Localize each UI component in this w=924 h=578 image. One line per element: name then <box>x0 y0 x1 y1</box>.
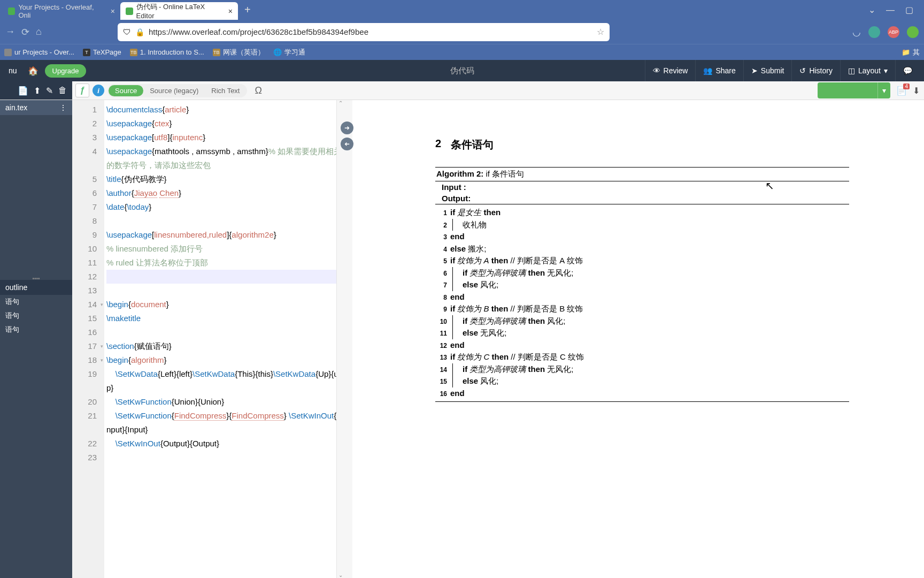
globe-icon: 🌐 <box>273 48 282 56</box>
editor-mode-toggle: Source Source (legacy) Rich Text <box>107 84 247 97</box>
pane-splitter[interactable]: ➜ ➜ <box>345 100 352 578</box>
panel-resize-handle[interactable]: •••• <box>0 276 72 280</box>
bookmark-item[interactable]: TTeXPage <box>83 48 121 56</box>
algorithm-body: 1if 是女生 then2收礼物3end4else 搬水;5if 纹饰为 A t… <box>435 204 849 401</box>
submit-button[interactable]: ➤Submit <box>743 60 792 81</box>
overleaf-header: nu 🏠 Upgrade 伪代码 👁Review 👥Share ➤Submit … <box>0 60 924 81</box>
history-icon: ↺ <box>799 66 806 75</box>
history-button[interactable]: ↺History <box>791 60 840 81</box>
algorithm-input: Input : <box>435 181 849 193</box>
project-title[interactable]: 伪代码 <box>450 66 474 76</box>
overleaf-favicon <box>126 7 133 15</box>
section-title: 条件语句 <box>451 138 494 152</box>
shield-icon[interactable]: 🛡 <box>123 27 131 36</box>
outline-item[interactable]: 语句 <box>0 309 72 323</box>
window-maximize-icon[interactable]: ▢ <box>905 5 913 15</box>
code-editor[interactable]: 1234567891011121314151617181920212223 \d… <box>72 100 345 578</box>
submit-icon: ➤ <box>751 66 758 75</box>
delete-icon[interactable]: 🗑 <box>58 86 67 95</box>
file-menu-icon[interactable]: ⋮ <box>59 103 67 112</box>
browser-tab-active[interactable]: 伪代码 - Online LaTeX Editor × <box>120 2 238 20</box>
share-button[interactable]: 👥Share <box>695 60 743 81</box>
close-icon[interactable]: × <box>228 7 233 16</box>
bookmark-item[interactable]: TB网课（英语） <box>213 48 265 57</box>
layout-button[interactable]: ◫Layout ▾ <box>840 60 895 81</box>
rename-icon[interactable]: ✎ <box>46 86 53 96</box>
tab-title: 伪代码 - Online LaTeX Editor <box>136 2 222 20</box>
new-file-icon[interactable]: 📄 <box>18 86 28 96</box>
upgrade-button[interactable]: Upgrade <box>45 64 87 78</box>
home-icon[interactable]: 🏠 <box>28 66 38 76</box>
main-layout: ain.tex ⋮ •••• outline 语句 语句 语句 12345678… <box>0 100 924 578</box>
review-button[interactable]: 👁Review <box>645 60 696 81</box>
sync-to-pdf-icon[interactable]: ➜ <box>341 121 353 134</box>
rich-text-mode[interactable]: Rich Text <box>205 85 246 96</box>
editor-toolbar: 📄 ⬆ ✎ 🗑 ƒ i Source Source (legacy) Rich … <box>0 81 924 100</box>
layout-icon: ◫ <box>848 66 855 75</box>
review-icon: 👁 <box>653 66 660 75</box>
lock-icon[interactable]: 🔒 <box>135 28 144 36</box>
bookmark-star-icon[interactable]: ☆ <box>597 27 604 37</box>
bookmark-item[interactable]: ur Projects - Over... <box>4 48 74 56</box>
symbol-palette-icon[interactable]: Ω <box>255 85 261 96</box>
bookmark-favicon: TB <box>213 49 220 56</box>
upload-icon[interactable]: ⬆ <box>34 86 41 96</box>
algorithm-output: Output: <box>435 193 849 204</box>
window-minimize-icon[interactable]: — <box>886 5 895 15</box>
adblock-icon[interactable]: ABP <box>888 26 899 38</box>
forward-icon[interactable]: → <box>5 26 15 37</box>
tab-list-icon[interactable]: ⌄ <box>868 5 875 15</box>
recompile-dropdown[interactable]: ▾ <box>877 82 890 98</box>
extension-icon[interactable] <box>868 26 880 38</box>
people-icon: 👥 <box>703 66 712 75</box>
file-tree-panel: ain.tex ⋮ •••• outline 语句 语句 语句 <box>0 100 72 578</box>
bookmark-favicon <box>4 49 12 56</box>
line-gutter: 1234567891011121314151617181920212223 <box>72 100 104 578</box>
pdf-preview[interactable]: ↖ 2 条件语句 Algorithm 2: if 条件语句 Input : Ou… <box>352 100 924 578</box>
outline-header[interactable]: outline <box>0 280 72 295</box>
new-tab-button[interactable]: + <box>238 4 257 16</box>
mouse-cursor-icon: ↖ <box>765 179 774 192</box>
editor-content[interactable]: \documentclass{article}\usepackage{ctex}… <box>104 100 345 578</box>
bookmark-item[interactable]: 🌐学习通 <box>273 48 305 57</box>
chat-button[interactable]: 💬 <box>895 60 920 81</box>
algorithm-title: Algorithm 2: if 条件语句 <box>435 168 849 181</box>
menu-button[interactable]: nu <box>4 64 21 77</box>
url-text: https://www.overleaf.com/project/63628c1… <box>149 27 368 36</box>
source-mode[interactable]: Source <box>109 85 143 96</box>
bookmark-item[interactable]: TB1. Introduction to S... <box>130 48 204 56</box>
overleaf-favicon <box>8 7 15 15</box>
download-pdf-icon[interactable]: ⬇ <box>913 86 920 96</box>
file-name: ain.tex <box>5 103 27 112</box>
logs-button[interactable]: 📄4 <box>895 86 908 96</box>
section-number: 2 <box>435 138 441 152</box>
bookmark-favicon: T <box>83 49 90 56</box>
url-bar[interactable]: 🛡 🔒 https://www.overleaf.com/project/636… <box>118 23 610 41</box>
reload-icon[interactable]: ⟳ <box>21 26 29 38</box>
error-badge: 4 <box>903 83 910 89</box>
source-legacy-mode[interactable]: Source (legacy) <box>143 85 205 96</box>
outline-item[interactable]: 语句 <box>0 323 72 337</box>
file-tree-item[interactable]: ain.tex ⋮ <box>0 100 72 115</box>
editor-scrollbar[interactable] <box>336 100 345 578</box>
bookmarks-bar: ur Projects - Over... TTeXPage TB1. Intr… <box>0 44 924 60</box>
tab-title: Your Projects - Overleaf, Onli <box>18 3 104 19</box>
bookmark-folder[interactable]: 📁 其 <box>902 48 920 57</box>
info-button[interactable]: i <box>93 85 104 96</box>
outline-item[interactable]: 语句 <box>0 295 72 309</box>
sync-to-code-icon[interactable]: ➜ <box>341 138 353 150</box>
extension-icon[interactable] <box>907 26 919 38</box>
close-icon[interactable]: × <box>111 7 115 16</box>
browser-tab[interactable]: Your Projects - Overleaf, Onli × <box>3 2 120 20</box>
file-toggle-button[interactable]: ƒ <box>75 83 89 97</box>
browser-toolbar: → ⟳ ⌂ 🛡 🔒 https://www.overleaf.com/proje… <box>0 20 924 44</box>
chat-icon: 💬 <box>903 66 912 75</box>
browser-tab-strip: Your Projects - Overleaf, Onli × 伪代码 - O… <box>0 0 924 20</box>
algorithm-block: Algorithm 2: if 条件语句 Input : Output: 1if… <box>435 167 849 402</box>
section-heading: 2 条件语句 <box>435 138 849 152</box>
bookmark-favicon: TB <box>130 49 137 56</box>
home-icon[interactable]: ⌂ <box>36 26 42 37</box>
pocket-icon[interactable]: ◡ <box>852 26 861 38</box>
recompile-button[interactable]: ⟳Recompile ▾ <box>818 82 890 98</box>
